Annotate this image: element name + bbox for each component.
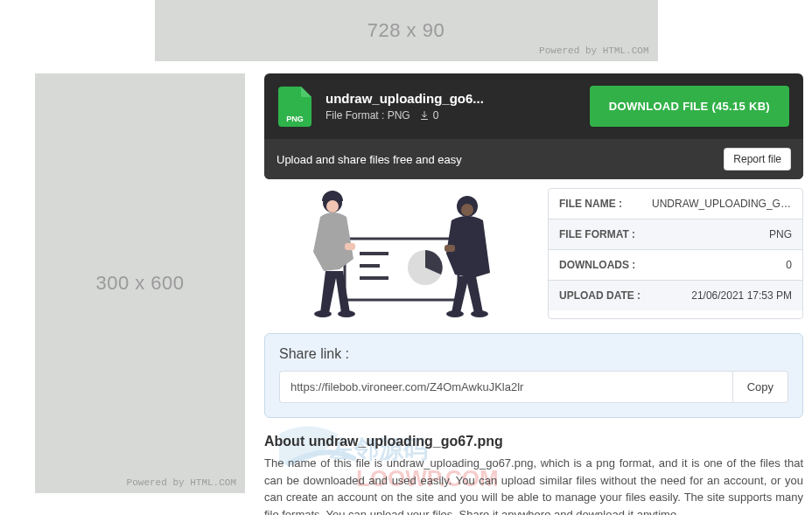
copy-button[interactable]: Copy [732, 371, 788, 403]
table-row: FILE FORMAT : PNG [549, 219, 802, 250]
download-button[interactable]: DOWNLOAD FILE (45.15 KB) [590, 86, 789, 127]
info-label-date: UPLOAD DATE : [559, 289, 640, 302]
svg-point-13 [446, 310, 464, 317]
share-link-input[interactable] [279, 371, 732, 403]
svg-point-8 [314, 310, 332, 317]
table-row: DOWNLOADS : 0 [549, 250, 802, 281]
info-value-downloads: 0 [786, 259, 792, 271]
info-value-filename: UNDRAW_UPLOADING_GO6... [652, 198, 792, 210]
share-panel: Share link : Copy [264, 333, 803, 418]
file-info-table: FILE NAME : UNDRAW_UPLOADING_GO6... FILE… [548, 188, 803, 319]
ad-top-powered: Powered by HTML.COM [539, 45, 648, 56]
info-label-format: FILE FORMAT : [559, 228, 635, 240]
info-value-format: PNG [769, 228, 792, 240]
svg-rect-12 [444, 245, 455, 252]
file-card: PNG undraw_uploading_go6... File Format … [264, 73, 803, 179]
info-value-date: 21/06/2021 17:53 PM [691, 289, 792, 302]
about-body: The name of this file is undraw_uploadin… [264, 455, 803, 515]
file-ext-badge: PNG [278, 115, 312, 123]
about-section: About undraw_uploading_go67.png The name… [264, 434, 803, 515]
ad-top-label: 728 x 90 [368, 19, 444, 42]
ad-side-label: 300 x 600 [95, 272, 184, 295]
tagline: Upload and share files free and easy [276, 153, 462, 166]
svg-point-11 [461, 204, 473, 216]
info-label-downloads: DOWNLOADS : [559, 259, 635, 271]
share-title: Share link : [279, 346, 788, 362]
ad-side-placeholder: 300 x 600 Powered by HTML.COM [35, 73, 245, 493]
ad-side-powered: Powered by HTML.COM [127, 477, 236, 488]
table-row: UPLOAD DATE : 21/06/2021 17:53 PM [549, 281, 802, 310]
svg-point-6 [326, 200, 339, 212]
svg-rect-7 [345, 243, 355, 250]
file-format-label: File Format : PNG [326, 109, 410, 122]
download-icon [419, 110, 430, 121]
file-type-icon: PNG [278, 87, 312, 127]
table-row: FILE NAME : UNDRAW_UPLOADING_GO6... [549, 189, 802, 219]
info-label-filename: FILE NAME : [559, 198, 622, 210]
about-heading: About undraw_uploading_go67.png [264, 434, 803, 449]
ad-top-placeholder: 728 x 90 Powered by HTML.COM [155, 0, 658, 61]
file-name: undraw_uploading_go6... [326, 91, 527, 106]
illustration [264, 188, 534, 319]
report-file-button[interactable]: Report file [724, 148, 791, 171]
download-count: 0 [419, 109, 439, 122]
svg-point-14 [471, 310, 488, 317]
svg-point-9 [338, 310, 355, 317]
